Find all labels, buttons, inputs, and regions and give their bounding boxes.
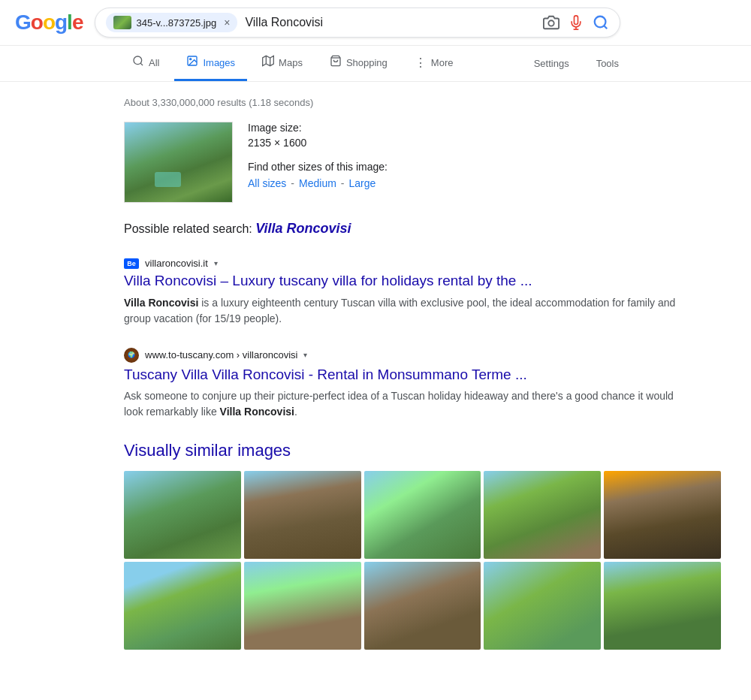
image-size-value: 2135 × 1600 <box>248 137 388 149</box>
tab-shopping[interactable]: Shopping <box>318 46 400 81</box>
snippet-text-1: is a luxury eighteenth century Tuscan vi… <box>124 297 675 324</box>
similar-images-grid <box>124 471 721 650</box>
logo-letter-g2: g <box>55 11 67 35</box>
result-snippet-1: Villa Roncovisi is a luxury eighteenth c… <box>124 295 695 327</box>
tab-more-label: More <box>431 57 454 68</box>
logo-letter-g: G <box>15 11 31 35</box>
result-source-2: 🌍 www.to-tuscany.com › villaroncovisi ▾ <box>124 348 721 363</box>
find-sizes-label: Find other sizes of this image: <box>248 161 388 173</box>
site-url-2: www.to-tuscany.com › villaroncovisi <box>145 349 297 361</box>
similar-image-1[interactable] <box>124 471 241 559</box>
related-search-prefix: Possible related search: <box>124 222 252 235</box>
svg-point-3 <box>595 17 606 28</box>
behance-site-icon: Be <box>124 258 139 269</box>
camera-search-button[interactable] <box>543 14 559 31</box>
large-size-link[interactable]: Large <box>349 177 376 189</box>
similar-image-2[interactable] <box>244 471 361 559</box>
tools-link[interactable]: Tools <box>584 49 631 78</box>
snippet-bold-2: Villa Roncovisi <box>220 406 294 418</box>
svg-point-0 <box>549 20 554 26</box>
svg-point-8 <box>190 59 192 60</box>
tuscany-site-icon: 🌍 <box>124 348 139 363</box>
size-links-group: All sizes - Medium - Large <box>248 177 388 189</box>
related-search-link[interactable]: Villa Roncovisi <box>255 221 351 236</box>
search-result-2: 🌍 www.to-tuscany.com › villaroncovisi ▾ … <box>124 348 721 421</box>
logo-letter-o1: o <box>31 11 43 35</box>
settings-link[interactable]: Settings <box>522 49 581 78</box>
similar-image-8[interactable] <box>364 562 481 650</box>
all-icon <box>132 55 144 70</box>
dropdown-arrow-2[interactable]: ▾ <box>303 351 307 359</box>
search-bar: 345-v...873725.jpg × <box>95 8 620 38</box>
svg-point-5 <box>134 56 142 65</box>
logo-letter-l: l <box>67 11 72 35</box>
tab-all-label: All <box>149 57 159 68</box>
main-content: About 3,330,000,000 results (1.18 second… <box>0 82 736 665</box>
search-input[interactable] <box>245 16 535 29</box>
svg-marker-9 <box>263 56 274 65</box>
close-image-tab-button[interactable]: × <box>224 17 230 29</box>
search-icon-group <box>543 14 609 31</box>
source-image-thumbnail <box>124 122 233 203</box>
tab-shopping-label: Shopping <box>346 57 388 68</box>
similar-image-5[interactable] <box>604 471 721 559</box>
image-filename: 345-v...873725.jpg <box>136 17 216 29</box>
snippet-text-2b: . <box>294 406 297 418</box>
similar-image-4[interactable] <box>484 471 601 559</box>
google-logo: Google <box>15 11 83 35</box>
result-snippet-2: Ask someone to conjure up their picture-… <box>124 388 695 420</box>
header: Google 345-v...873725.jpg × <box>0 0 751 46</box>
tab-all[interactable]: All <box>120 46 171 81</box>
image-tab-pill: 345-v...873725.jpg × <box>106 13 237 32</box>
similar-image-10[interactable] <box>604 562 721 650</box>
result-source-1: Be villaroncovisi.it ▾ <box>124 258 721 269</box>
similar-image-3[interactable] <box>364 471 481 559</box>
dropdown-arrow-1[interactable]: ▾ <box>214 259 218 267</box>
results-count: About 3,330,000,000 results (1.18 second… <box>124 97 721 108</box>
site-url-1: villaroncovisi.it <box>145 258 208 269</box>
svg-line-4 <box>605 26 608 29</box>
image-info-panel: Image size: 2135 × 1600 Find other sizes… <box>124 122 721 203</box>
logo-letter-e: e <box>72 11 83 35</box>
tab-images[interactable]: Images <box>174 46 247 81</box>
similar-image-9[interactable] <box>484 562 601 650</box>
all-sizes-link[interactable]: All sizes <box>248 177 286 189</box>
shopping-icon <box>330 55 342 70</box>
snippet-bold-1: Villa Roncovisi <box>124 297 198 309</box>
maps-icon <box>262 55 274 70</box>
voice-search-button[interactable] <box>569 14 584 31</box>
tab-maps-label: Maps <box>279 57 303 68</box>
medium-size-link[interactable]: Medium <box>299 177 336 189</box>
image-preview-thumbnail <box>113 16 131 29</box>
result-title-1[interactable]: Villa Roncovisi – Luxury tuscany villa f… <box>124 272 721 291</box>
visually-similar-section: Visually similar images <box>124 441 721 650</box>
image-metadata: Image size: 2135 × 1600 Find other sizes… <box>248 122 388 189</box>
search-result-1: Be villaroncovisi.it ▾ Villa Roncovisi –… <box>124 258 721 327</box>
tab-maps[interactable]: Maps <box>250 46 315 81</box>
tab-images-label: Images <box>203 57 235 68</box>
image-size-label: Image size: <box>248 122 388 134</box>
nav-tabs: All Images Maps Shopping ⋮ More Settings… <box>0 46 751 82</box>
snippet-text-2a: Ask someone to conjure up their picture-… <box>124 390 674 418</box>
tab-more[interactable]: ⋮ More <box>403 47 466 81</box>
svg-line-6 <box>140 63 143 65</box>
logo-letter-o2: o <box>43 11 55 35</box>
images-icon <box>186 55 198 70</box>
more-icon: ⋮ <box>415 56 427 70</box>
similar-image-7[interactable] <box>244 562 361 650</box>
similar-image-6[interactable] <box>124 562 241 650</box>
search-button[interactable] <box>593 14 609 31</box>
result-title-2[interactable]: Tuscany Villa Villa Roncovisi - Rental i… <box>124 366 721 385</box>
visually-similar-title: Visually similar images <box>124 441 721 460</box>
related-search: Possible related search: Villa Roncovisi <box>124 221 721 237</box>
